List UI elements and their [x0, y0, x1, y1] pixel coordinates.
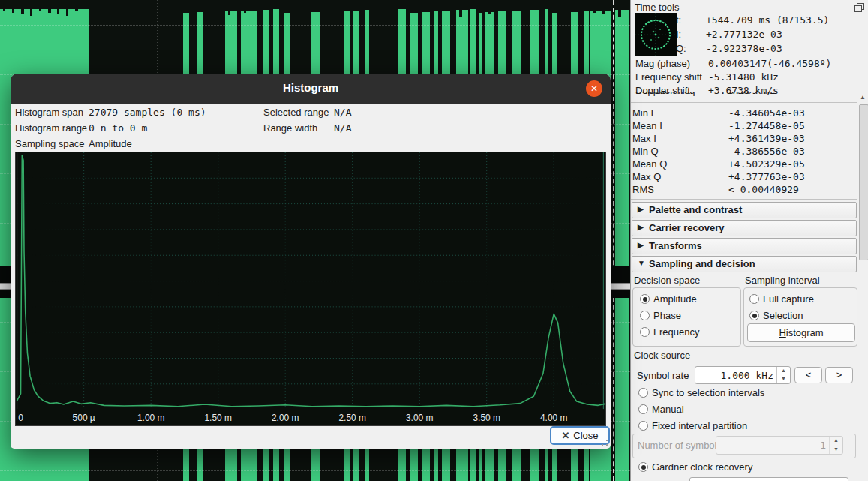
measurement-label-max-i: Max I	[632, 133, 656, 144]
close-x-icon: ✕	[561, 430, 569, 441]
signal-noise-notch	[12, 9, 14, 13]
range-width-label: Range width	[263, 122, 317, 134]
signal-noise-notch	[21, 9, 24, 14]
sidebar-scrollbar[interactable]: ▲	[857, 92, 868, 481]
expanded-arrow-icon: ▼	[638, 259, 645, 267]
signal-noise-notch	[75, 9, 78, 11]
signal-noise-notch	[3, 9, 5, 11]
symbol-rate-next-button[interactable]: >	[825, 367, 853, 383]
detach-panel-icon[interactable]	[854, 3, 864, 12]
mag-phase--label: Mag (phase)	[635, 58, 690, 69]
radio-label: Amplitude	[653, 293, 697, 305]
restore-square-front	[854, 5, 862, 12]
signal-noise-notch	[459, 10, 462, 17]
number-of-symbols-input[interactable]: 1 ▲▼	[716, 436, 843, 455]
radio-circle[interactable]	[638, 421, 648, 431]
waveform-hgridline	[0, 470, 630, 471]
spin-down-icon: ▼	[830, 446, 842, 455]
signal-noise-notch	[48, 9, 51, 13]
spin-down-icon[interactable]: ▼	[777, 375, 790, 383]
measurement-value-mean-i: -1.274458e-05	[728, 120, 805, 131]
symbol-rate-input[interactable]: 1.000 kHz ▲▼	[695, 366, 791, 384]
panel-label: Palette and contrast	[649, 204, 742, 215]
panel-palette-and-contrast[interactable]: ▶Palette and contrast	[632, 202, 857, 218]
number-of-symbols-label: Number of symbols	[638, 440, 722, 451]
selected-range-value: N/A	[334, 107, 351, 118]
readout-label-t-: t:	[676, 14, 681, 26]
panel-label: Sampling and decision	[649, 258, 755, 269]
radio-label: Phase	[653, 310, 681, 321]
signal-noise-notch	[39, 9, 41, 11]
spin-up-icon: ▲	[830, 437, 842, 446]
frequency-shift-label: Frequency shift	[635, 71, 702, 83]
signal-noise-notch	[57, 9, 59, 14]
radio-circle[interactable]	[638, 462, 648, 472]
symbol-rate-spinner[interactable]: ▲▼	[776, 367, 790, 383]
clock-source-label: Clock source	[634, 350, 690, 361]
signal-noise-notch	[602, 11, 605, 14]
radio-circle[interactable]	[638, 404, 648, 414]
radio-label: Full capture	[763, 293, 814, 305]
x-tick-label: 500 µ	[73, 413, 95, 423]
histogram-range-value: 0 n to 0 m	[89, 122, 147, 134]
dialog-title: Histogram	[11, 81, 611, 94]
measurement-label-min-q: Min Q	[632, 146, 659, 157]
collapsed-arrow-icon: ▶	[638, 205, 644, 213]
sampling-space-label: Sampling space	[15, 138, 85, 149]
clipped-bottom-input[interactable]	[689, 477, 848, 481]
readout-label-q-: Q:	[676, 43, 686, 54]
signal-noise-notch	[228, 11, 230, 15]
panel-carrier-recovery[interactable]: ▶Carrier recovery	[632, 220, 857, 236]
signal-bar	[615, 10, 629, 481]
radio-circle[interactable]	[640, 327, 650, 337]
signal-noise-notch	[30, 9, 32, 16]
scrollbar-handle[interactable]	[859, 104, 868, 260]
sidebar-scroll-area: Selection freq 5.909 Hz Min I-4.346054e-…	[631, 92, 857, 481]
histogram-button[interactable]: Histogram	[747, 323, 855, 342]
measurement-label-min-i: Min I	[632, 107, 653, 119]
scrollbar-up-icon[interactable]: ▲	[860, 94, 866, 101]
radio-circle[interactable]	[640, 311, 650, 320]
resize-grip[interactable]	[601, 439, 608, 446]
selection-freq-label: Selection freq	[635, 92, 695, 96]
x-tick-label: 1.00 m	[137, 413, 165, 423]
signal-noise-notch	[66, 9, 68, 16]
panel-label: Carrier recovery	[649, 222, 724, 233]
dialog-titlebar[interactable]: Histogram ✕	[11, 74, 611, 104]
dialog-close-icon[interactable]: ✕	[586, 80, 602, 97]
sigdigger-window: Time tools t:+544.709 ms (87153.5)I:+2.7…	[0, 0, 868, 481]
panel-sampling-and-decision[interactable]: ▼Sampling and decision	[632, 256, 857, 272]
selection-cursor-line	[613, 0, 614, 481]
histogram-span-value: 27079 samples (0 ms)	[89, 107, 206, 118]
radio-circle[interactable]	[640, 294, 650, 304]
measurement-value-rms: < 0.00440929	[728, 184, 799, 195]
radio-label: Selection	[763, 310, 803, 321]
radio-label: Sync to selection intervals	[652, 387, 764, 398]
radio-circle[interactable]	[749, 294, 759, 304]
x-tick-label: 3.00 m	[406, 413, 434, 423]
symbol-rate-prev-button[interactable]: <	[794, 367, 822, 383]
radio-circle[interactable]	[749, 311, 759, 320]
measurement-value-max-q: +4.377763e-03	[728, 171, 805, 182]
sampling-space-value: Amplitude	[89, 138, 132, 149]
signal-noise-notch	[244, 11, 246, 13]
spin-up-icon[interactable]: ▲	[777, 367, 790, 375]
mag-phase--value: 0.00403147(-46.4598º)	[708, 58, 831, 69]
radio-label: Manual	[652, 404, 684, 415]
constellation-preview	[635, 13, 677, 56]
measurement-label-rms: RMS	[632, 184, 654, 195]
signal-noise-notch	[488, 12, 491, 14]
x-tick-label: 4.00 m	[540, 413, 568, 423]
radio-circle[interactable]	[638, 388, 648, 398]
separator	[631, 199, 857, 200]
histogram-chart[interactable]: 0500 µ1.00 m1.50 m2.00 m2.50 m3.00 m3.50…	[15, 152, 606, 426]
number-of-symbols-spinner[interactable]: ▲▼	[829, 437, 842, 454]
radio-label: Frequency	[653, 326, 699, 338]
panel-label: Transforms	[649, 240, 702, 251]
sidebar-title: Time tools	[635, 2, 679, 13]
waveform-hgridline	[0, 25, 630, 26]
symbol-rate-value: 1.000 kHz	[721, 370, 773, 381]
measurement-value-mean-q: +4.502329e-05	[728, 158, 805, 170]
time-tools-sidebar: Time tools t:+544.709 ms (87153.5)I:+2.7…	[630, 0, 868, 481]
panel-transforms[interactable]: ▶Transforms	[632, 238, 857, 254]
